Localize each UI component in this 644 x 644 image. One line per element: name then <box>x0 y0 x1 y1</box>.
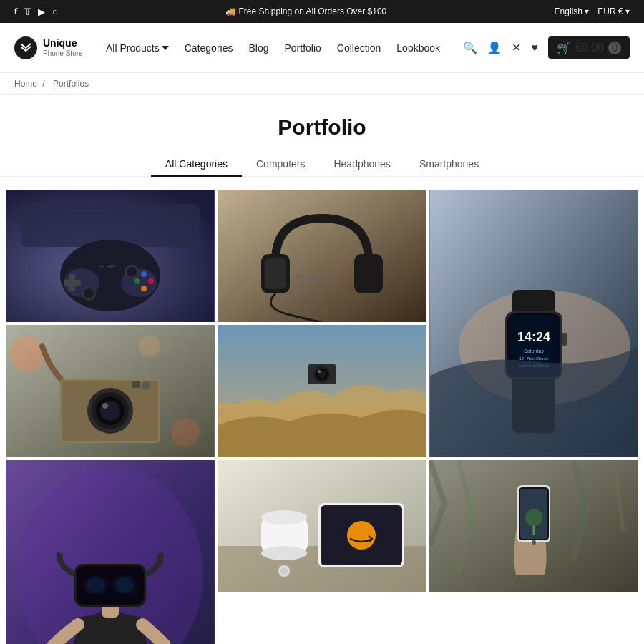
svg-rect-18 <box>354 254 383 293</box>
tab-computers[interactable]: Computers <box>242 152 319 177</box>
svg-point-12 <box>84 288 94 298</box>
breadcrumb: Home / Portfolios <box>0 73 644 95</box>
tab-headphones[interactable]: Headphones <box>319 152 404 177</box>
gallery-item-vr[interactable] <box>6 460 215 644</box>
breadcrumb-current: Portfolios <box>53 79 89 89</box>
svg-point-9 <box>134 278 140 284</box>
cart-button[interactable]: 🛒 €0.00 0 <box>548 36 630 59</box>
wishlist-icon[interactable]: ♥ <box>531 42 538 54</box>
nav-portfolio[interactable]: Portfolio <box>284 42 321 54</box>
logo[interactable]: Unique Phone Store <box>14 36 83 59</box>
compare-icon[interactable]: ✕ <box>512 41 521 54</box>
svg-point-76 <box>280 567 288 575</box>
main-nav: All Products Categories Blog Portfolio C… <box>106 42 440 54</box>
gallery-item-gamepad[interactable]: SONY <box>6 190 215 322</box>
svg-rect-44 <box>132 381 140 388</box>
filter-tabs: All Categories Computers Headphones Smar… <box>0 152 644 177</box>
language-selector[interactable]: English ▾ <box>555 6 590 16</box>
tab-smartphones[interactable]: Smartphones <box>405 152 493 177</box>
svg-point-71 <box>347 521 376 550</box>
svg-point-35 <box>139 336 160 357</box>
svg-text:Marshall: Marshall <box>296 273 322 280</box>
gallery-item-phone[interactable] <box>429 460 638 592</box>
svg-point-7 <box>141 271 147 277</box>
search-icon[interactable]: 🔍 <box>463 41 477 54</box>
svg-rect-31 <box>562 333 567 346</box>
svg-rect-16 <box>218 190 426 322</box>
svg-point-73 <box>261 510 307 525</box>
svg-text:SONY: SONY <box>99 263 116 270</box>
cart-count: 0 <box>608 42 621 54</box>
svg-point-34 <box>171 418 200 447</box>
svg-rect-19 <box>265 258 286 289</box>
page-title: Portfolio <box>0 95 644 152</box>
twitter-icon[interactable]: 𝕋 <box>24 6 31 17</box>
gallery-item-headphones[interactable]: Marshall <box>218 190 426 322</box>
svg-point-74 <box>261 546 307 560</box>
instagram-icon[interactable]: ○ <box>52 6 58 17</box>
gallery-item-drone-camera[interactable] <box>218 325 426 457</box>
nav-collection[interactable]: Collection <box>337 42 381 54</box>
logo-svg <box>19 41 33 55</box>
logo-icon <box>14 36 37 59</box>
svg-text:12° Rain/Storm: 12° Rain/Storm <box>519 356 549 361</box>
gallery-item-camera[interactable] <box>6 325 215 457</box>
currency-selector[interactable]: EUR € ▾ <box>597 6 630 16</box>
nav-blog[interactable]: Blog <box>248 42 268 54</box>
gallery-item-watch[interactable]: 14:24 Saturday 12° Rain/Storm March 15 M… <box>429 190 638 457</box>
logo-text: Unique Phone Store <box>43 38 83 57</box>
account-icon[interactable]: 👤 <box>487 41 502 54</box>
svg-rect-6 <box>64 280 81 286</box>
social-links[interactable]: 𝐟 𝕋 ▶ ○ <box>14 6 58 17</box>
shipping-notice: 🚚 Free Shipping on All Orders Over $100 <box>225 6 386 16</box>
svg-point-33 <box>10 336 46 371</box>
breadcrumb-separator: / <box>42 79 44 89</box>
cart-icon: 🛒 <box>557 41 571 54</box>
gallery-item-tablet[interactable] <box>218 460 426 592</box>
header-actions: 🔍 👤 ✕ ♥ 🛒 €0.00 0 <box>463 36 630 59</box>
svg-point-81 <box>525 509 542 526</box>
svg-point-43 <box>142 381 150 390</box>
nav-all-products[interactable]: All Products <box>106 42 169 54</box>
breadcrumb-home[interactable]: Home <box>14 79 37 89</box>
svg-text:14:24: 14:24 <box>517 330 550 344</box>
svg-point-60 <box>87 577 105 593</box>
nav-categories[interactable]: Categories <box>185 42 233 54</box>
svg-point-42 <box>102 403 108 409</box>
youtube-icon[interactable]: ▶ <box>38 6 45 17</box>
nav-lookbook[interactable]: Lookbook <box>396 42 440 54</box>
svg-point-51 <box>318 370 321 373</box>
svg-point-10 <box>141 286 147 291</box>
svg-point-61 <box>115 577 134 593</box>
facebook-icon[interactable]: 𝐟 <box>14 6 17 17</box>
gallery-grid: SONY Marshall <box>0 190 644 644</box>
header: Unique Phone Store All Products Categori… <box>0 23 644 73</box>
dropdown-chevron <box>162 44 169 52</box>
svg-text:Saturday: Saturday <box>524 348 545 354</box>
cart-price: €0.00 <box>575 42 604 54</box>
svg-point-8 <box>148 278 154 284</box>
locale-controls[interactable]: English ▾ EUR € ▾ <box>555 6 630 16</box>
svg-point-82 <box>532 540 536 545</box>
tab-all-categories[interactable]: All Categories <box>151 152 242 177</box>
top-bar: 𝐟 𝕋 ▶ ○ 🚚 Free Shipping on All Orders Ov… <box>0 0 644 23</box>
svg-point-14 <box>127 267 137 277</box>
